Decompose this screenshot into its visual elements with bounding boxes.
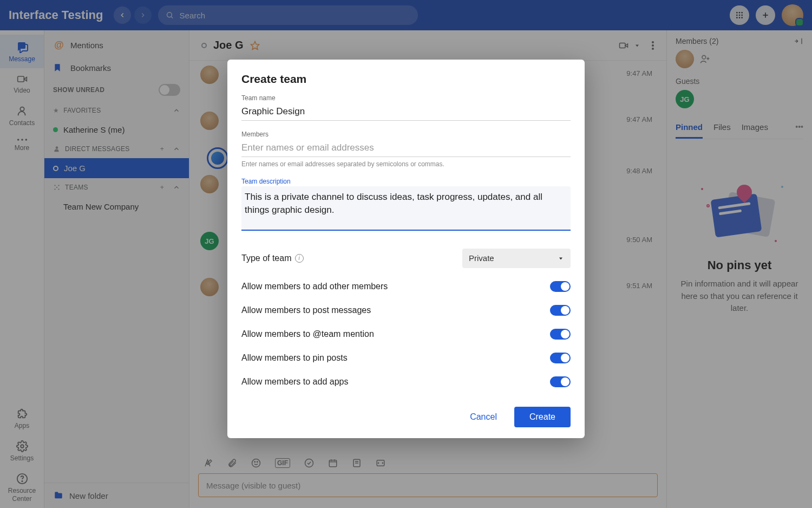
description-input[interactable] [241,186,571,231]
members-label: Members [241,131,571,138]
create-team-modal: Create team Team name Members Enter name… [227,60,585,438]
type-of-team-label: Type of team [241,253,292,263]
allow-post-toggle[interactable] [550,305,571,316]
chevron-down-icon [558,255,564,262]
allow-mention-toggle[interactable] [550,329,571,340]
type-of-team-select[interactable]: Private [462,249,571,268]
allow-mention-label: Allow members to @team mention [241,329,374,339]
allow-apps-row: Allow members to add apps [241,370,571,394]
allow-apps-toggle[interactable] [550,376,571,387]
members-help: Enter names or email addresses separated… [241,160,571,168]
type-selected-value: Private [469,253,494,263]
allow-pin-label: Allow members to pin posts [241,353,348,363]
modal-title: Create team [241,73,571,86]
team-name-input[interactable] [241,103,571,121]
cancel-button[interactable]: Cancel [462,407,505,427]
create-button[interactable]: Create [514,407,571,427]
description-field: Team description [241,178,571,232]
allow-add-members-label: Allow members to add other members [241,282,388,291]
allow-pin-toggle[interactable] [550,353,571,363]
info-icon[interactable]: i [295,254,304,263]
members-input[interactable] [241,139,571,157]
team-name-label: Team name [241,94,571,102]
allow-apps-label: Allow members to add apps [241,377,348,387]
description-label: Team description [241,178,571,185]
allow-pin-row: Allow members to pin posts [241,346,571,370]
modal-actions: Cancel Create [241,407,571,427]
members-field: Members Enter names or email addresses s… [241,131,571,168]
modal-overlay: Create team Team name Members Enter name… [0,0,812,508]
type-of-team-row: Type of team i Private [241,242,571,275]
team-name-field: Team name [241,94,571,121]
allow-post-label: Allow members to post messages [241,305,371,315]
svg-marker-52 [559,257,562,259]
allow-add-members-toggle[interactable] [550,281,571,292]
allow-post-row: Allow members to post messages [241,298,571,322]
allow-mention-row: Allow members to @team mention [241,322,571,346]
allow-add-members-row: Allow members to add other members [241,275,571,298]
